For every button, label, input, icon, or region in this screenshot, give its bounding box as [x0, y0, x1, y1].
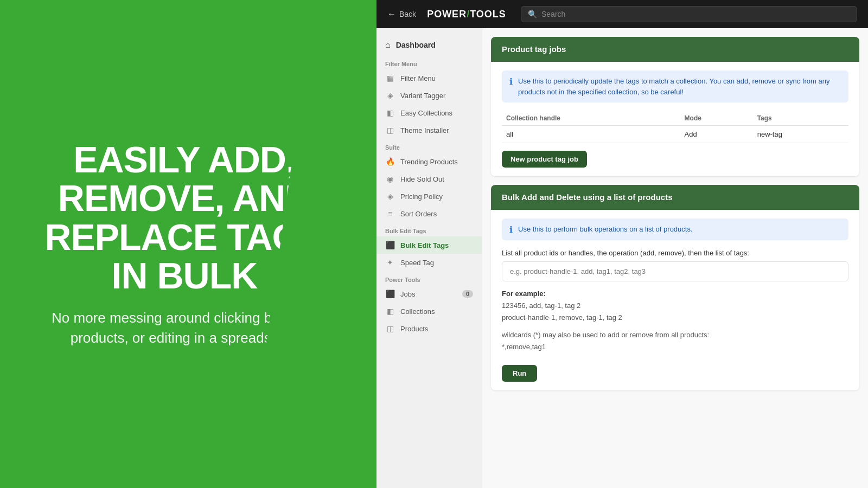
sidebar-item-collections[interactable]: ◧ Collections — [376, 303, 482, 320]
run-button[interactable]: Run — [502, 365, 537, 382]
example-2: product-handle-1, remove, tag-1, tag 2 — [502, 313, 622, 322]
dashboard-label: Dashboard — [396, 41, 436, 49]
collections-icon: ◧ — [385, 307, 395, 316]
row-mode: Add — [680, 126, 753, 143]
main-content: Product tag jobs ℹ Use this to periodica… — [482, 28, 868, 488]
theme-installer-icon: ◫ — [385, 126, 395, 134]
new-product-tag-job-button[interactable]: New product tag job — [502, 151, 587, 168]
bulk-add-delete-card: Bulk Add and Delete using a list of prod… — [491, 185, 859, 390]
row-tags: new-tag — [753, 126, 848, 143]
table-row: all Add new-tag — [502, 126, 848, 143]
app-body: ⌂ Dashboard Filter Menu ▦ Filter Menu ◈ … — [376, 28, 868, 488]
sidebar-item-theme-installer[interactable]: ◫ Theme Installer — [376, 121, 482, 139]
bulk-edit-tags-icon: ⬛ — [385, 241, 395, 249]
dashboard-icon: ⌂ — [385, 40, 391, 50]
top-nav: ← Back POWER/TOOLS 🔍 Search — [376, 0, 868, 28]
col-mode: Mode — [680, 111, 753, 126]
example-label: For example: 123456, add, tag-1, tag 2 p… — [502, 288, 848, 324]
bulk-add-delete-header: Bulk Add and Delete using a list of prod… — [491, 185, 859, 210]
sidebar-section-bulk-edit-tags: Bulk Edit Tags — [376, 222, 482, 236]
col-collection-handle: Collection handle — [502, 111, 680, 126]
product-tag-jobs-header: Product tag jobs — [491, 37, 859, 62]
product-tag-jobs-body: ℹ Use this to periodically update the ta… — [491, 62, 859, 176]
sidebar-item-bulk-edit-tags[interactable]: ⬛ Bulk Edit Tags — [376, 236, 482, 254]
sidebar-dashboard[interactable]: ⌂ Dashboard — [376, 35, 482, 55]
back-label: Back — [399, 10, 416, 18]
sidebar-item-jobs[interactable]: ⬛ Jobs 0 — [376, 285, 482, 303]
bulk-add-delete-info-text: Use this to perform bulk operations on a… — [518, 224, 693, 235]
sidebar-item-sort-orders[interactable]: ≡ Sort Orders — [376, 205, 482, 222]
for-example-label: For example: — [502, 290, 546, 298]
sidebar-item-filter-menu[interactable]: ▦ Filter Menu — [376, 69, 482, 87]
logo: POWER/TOOLS — [427, 9, 506, 20]
sidebar-item-hide-sold-out[interactable]: ◉ Hide Sold Out — [376, 170, 482, 188]
sidebar-item-trending-products[interactable]: 🔥 Trending Products — [376, 153, 482, 170]
row-collection: all — [502, 126, 680, 143]
app-window: ← Back POWER/TOOLS 🔍 Search ⌂ Dashboard … — [376, 0, 868, 488]
logo-bolt: / — [467, 9, 470, 20]
sidebar-item-label: Bulk Edit Tags — [400, 241, 449, 249]
trending-icon: 🔥 — [385, 157, 395, 166]
wildcard-description: wildcards (*) may also be used to add or… — [502, 331, 709, 339]
product-tag-jobs-info-text: Use this to periodically update the tags… — [518, 76, 841, 97]
jobs-icon: ⬛ — [385, 290, 395, 298]
easy-collections-icon: ◧ — [385, 108, 395, 117]
search-icon: 🔍 — [528, 10, 537, 18]
sidebar: ⌂ Dashboard Filter Menu ▦ Filter Menu ◈ … — [376, 28, 482, 488]
sidebar-item-label: Jobs — [400, 290, 415, 298]
back-button[interactable]: ← Back — [387, 9, 416, 19]
sidebar-item-label: Collections — [400, 307, 435, 316]
info-icon-2: ℹ — [509, 224, 513, 235]
sidebar-item-speed-tag[interactable]: ✦ Speed Tag — [376, 254, 482, 271]
input-label: List all product ids or handles, the ope… — [502, 249, 848, 257]
search-placeholder: Search — [541, 10, 565, 18]
bulk-add-delete-info-banner: ℹ Use this to perform bulk operations on… — [502, 219, 848, 240]
jobs-badge: 0 — [462, 290, 473, 298]
sidebar-section-suite: Suite — [376, 139, 482, 153]
sidebar-item-variant-tagger[interactable]: ◈ Variant Tagger — [376, 87, 482, 104]
wildcard-example: *,remove,tag1 — [502, 343, 546, 351]
sidebar-section-power-tools: Power Tools — [376, 271, 482, 285]
sidebar-item-label: Easy Collections — [400, 109, 452, 117]
sidebar-item-pricing-policy[interactable]: ◈ Pricing Policy — [376, 188, 482, 205]
products-icon: ◫ — [385, 324, 395, 333]
sidebar-item-label: Trending Products — [400, 158, 458, 166]
sidebar-item-easy-collections[interactable]: ◧ Easy Collections — [376, 104, 482, 121]
info-icon: ℹ — [509, 76, 513, 87]
filter-menu-icon: ▦ — [385, 74, 395, 82]
example-1: 123456, add, tag-1, tag 2 — [502, 301, 580, 310]
sidebar-item-label: Sort Orders — [400, 210, 437, 218]
wildcard-info: wildcards (*) may also be used to add or… — [502, 329, 848, 353]
product-tag-jobs-card: Product tag jobs ℹ Use this to periodica… — [491, 37, 859, 176]
hide-sold-out-icon: ◉ — [385, 175, 395, 183]
bulk-add-delete-body: ℹ Use this to perform bulk operations on… — [491, 210, 859, 390]
variant-tagger-icon: ◈ — [385, 91, 395, 100]
bulk-edit-input[interactable] — [502, 261, 848, 281]
back-icon: ← — [387, 9, 396, 19]
sidebar-section-filter-menu: Filter Menu — [376, 55, 482, 69]
search-bar[interactable]: 🔍 Search — [521, 6, 857, 22]
product-tag-jobs-info-banner: ℹ Use this to periodically update the ta… — [502, 70, 848, 102]
sidebar-item-label: Hide Sold Out — [400, 175, 444, 183]
sidebar-item-label: Variant Tagger — [400, 92, 445, 100]
sidebar-item-products[interactable]: ◫ Products — [376, 320, 482, 337]
sort-orders-icon: ≡ — [385, 209, 395, 218]
sidebar-item-label: Pricing Policy — [400, 192, 443, 201]
col-tags: Tags — [753, 111, 848, 126]
speed-tag-icon: ✦ — [385, 258, 395, 267]
sidebar-item-label: Filter Menu — [400, 74, 436, 82]
sidebar-item-label: Products — [400, 325, 428, 333]
product-tag-jobs-title: Product tag jobs — [502, 44, 566, 54]
pricing-policy-icon: ◈ — [385, 192, 395, 201]
sidebar-item-label: Theme Installer — [400, 126, 449, 134]
bulk-add-delete-title: Bulk Add and Delete using a list of prod… — [502, 192, 672, 202]
sidebar-item-label: Speed Tag — [400, 259, 434, 267]
product-tag-jobs-table: Collection handle Mode Tags all Add new-… — [502, 111, 848, 143]
